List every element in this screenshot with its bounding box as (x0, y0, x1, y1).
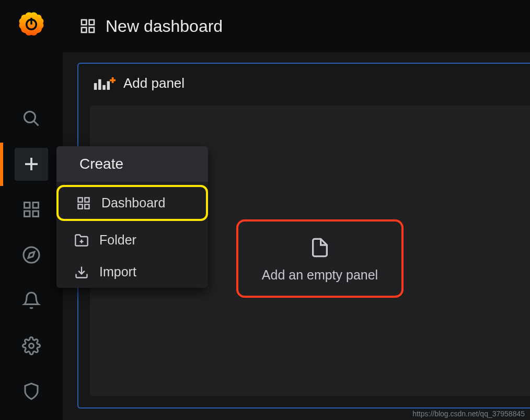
flyout-item-label: Import (99, 264, 136, 279)
watermark: https://blog.csdn.net/qq_37958845 (412, 410, 525, 418)
add-panel-icon (93, 76, 116, 91)
svg-marker-7 (28, 252, 34, 258)
compass-icon (22, 246, 41, 264)
grid-icon (22, 200, 41, 219)
svg-rect-17 (78, 197, 83, 202)
sidebar (0, 0, 63, 420)
svg-rect-5 (33, 211, 39, 217)
svg-rect-19 (78, 204, 83, 208)
nav-explore[interactable] (15, 239, 48, 272)
svg-rect-18 (85, 197, 89, 202)
panel-title: Add panel (123, 75, 185, 91)
gear-icon (22, 336, 41, 355)
svg-rect-9 (82, 20, 86, 25)
flyout-item-dashboard[interactable]: Dashboard (56, 185, 208, 221)
page-title: New dashboard (106, 17, 223, 36)
svg-rect-15 (102, 85, 106, 89)
shield-icon (22, 382, 41, 401)
svg-rect-16 (107, 81, 110, 90)
nav-dashboards[interactable] (15, 193, 48, 226)
svg-rect-2 (25, 203, 30, 208)
page-header: New dashboard (63, 0, 530, 52)
dashboard-grid-icon (79, 18, 96, 34)
folder-plus-icon (74, 233, 89, 248)
bell-icon (22, 291, 41, 310)
svg-point-6 (24, 247, 39, 263)
plus-icon (22, 155, 41, 173)
svg-point-1 (25, 112, 36, 123)
panel-header: Add panel (78, 64, 530, 103)
nav-create[interactable] (15, 148, 48, 181)
svg-rect-11 (82, 28, 86, 32)
nav-alerting[interactable] (15, 284, 48, 317)
grid-icon (76, 196, 91, 211)
svg-rect-4 (25, 211, 30, 217)
svg-rect-14 (98, 79, 101, 89)
svg-rect-13 (94, 83, 97, 90)
nav-admin[interactable] (15, 375, 48, 407)
svg-rect-20 (85, 204, 89, 208)
flyout-title: Create (56, 146, 208, 182)
svg-point-8 (29, 343, 34, 348)
grafana-logo[interactable] (17, 10, 46, 40)
svg-rect-3 (33, 203, 39, 208)
nav-search[interactable] (15, 102, 48, 135)
flyout-item-folder[interactable]: Folder (56, 224, 208, 256)
add-empty-panel-button[interactable]: Add an empty panel (236, 219, 404, 298)
file-icon (309, 235, 330, 260)
svg-rect-10 (89, 20, 94, 25)
create-flyout-menu: Create Dashboard Folder Import (56, 146, 208, 288)
svg-rect-12 (89, 28, 94, 32)
flyout-item-label: Folder (99, 232, 136, 248)
download-icon (74, 265, 89, 279)
add-empty-panel-label: Add an empty panel (262, 267, 378, 283)
search-icon (22, 109, 41, 128)
flyout-item-import[interactable]: Import (56, 256, 208, 288)
nav-config[interactable] (15, 329, 48, 362)
flyout-item-label: Dashboard (101, 195, 165, 211)
